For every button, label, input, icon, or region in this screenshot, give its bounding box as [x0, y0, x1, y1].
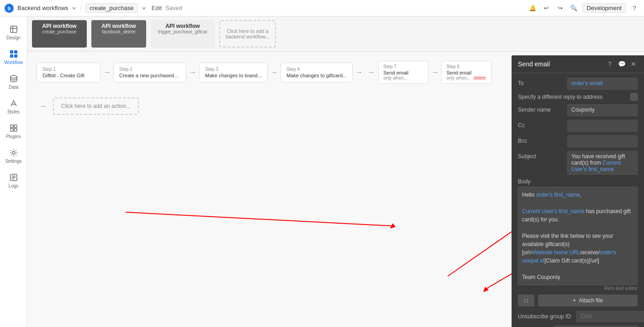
body-content[interactable]: Hello order's first_name, Current User's…	[518, 187, 638, 285]
step-4-box[interactable]: Step 4 Make changes to giftcard...	[280, 63, 353, 82]
saved-label: Saved	[165, 5, 182, 11]
body-website-url: Website home URL	[533, 249, 581, 256]
step-2-text: Create a new purchased_giftcard...	[119, 73, 180, 78]
step-8-title: Send email	[446, 70, 486, 75]
to-label: To	[518, 78, 564, 86]
main-layout: Design Workflow Data Styles Plugins Sett…	[0, 16, 644, 327]
step-4-label: Step 4	[286, 67, 347, 72]
body-team: Team Couponly	[522, 274, 560, 280]
workflow-card-add[interactable]: Click here to add abackend workflow...	[219, 20, 276, 48]
sidebar-item-design[interactable]: Design	[0, 21, 27, 44]
panel-close-icon[interactable]: ✕	[629, 60, 638, 68]
step-arrow-2: →	[186, 68, 199, 76]
topbar: b Backend workflows / create_purchase Ed…	[0, 0, 644, 16]
workflow-card-sub: create_purchase	[37, 29, 81, 34]
svg-rect-0	[11, 26, 17, 32]
step-3-box[interactable]: Step 3 Make changes to brand...	[199, 63, 268, 82]
unsubscribe-input[interactable]	[576, 311, 644, 322]
body-link-name: order's first_name	[536, 192, 580, 198]
tab-dropdown-icon[interactable]	[142, 6, 146, 11]
sidebar-label-plugins: Plugins	[6, 134, 21, 139]
svg-rect-10	[14, 125, 17, 128]
cc-row: Cc	[518, 120, 638, 132]
svg-line-18	[126, 212, 393, 226]
workflow-tabs: API workflow create_purchase API workflo…	[27, 16, 644, 52]
sidebar-item-workflow[interactable]: Workflow	[0, 46, 27, 69]
add-action-box[interactable]: Click here to add an action...	[53, 97, 139, 115]
sidebar-item-logs[interactable]: Logs	[0, 169, 27, 192]
sidebar-item-data[interactable]: Data	[0, 70, 27, 93]
attach-plus-icon: +	[573, 297, 576, 304]
panel-title: Send email	[518, 60, 550, 68]
reply-to-toggle[interactable]	[630, 93, 638, 101]
panel-chat-icon[interactable]: 💬	[618, 60, 626, 68]
body-link-user: Current User's first_name	[522, 208, 584, 214]
app-name: Backend workflows	[17, 5, 68, 11]
send-email-panel: Send email ? 💬 ✕ To order's email	[512, 55, 644, 327]
sidebar-label-design: Design	[6, 35, 21, 40]
dropdown-arrow-icon[interactable]	[72, 6, 76, 11]
undo-icon[interactable]: ↩	[541, 3, 551, 13]
to-value-text: order's email	[571, 80, 602, 86]
edit-label: Edit	[152, 5, 162, 11]
step-8-delete[interactable]: delete	[474, 75, 486, 80]
bcc-label: Bcc	[518, 135, 564, 144]
step-2-label: Step 2	[119, 67, 180, 72]
subject-label: Subject	[518, 151, 564, 160]
sidebar-item-plugins[interactable]: Plugins	[0, 120, 27, 143]
step-8-label: Step 8	[446, 64, 486, 69]
sidebar-label-logs: Logs	[9, 183, 19, 188]
workflow-tab[interactable]: create_purchase	[85, 3, 138, 13]
step-arrow-3: →	[268, 68, 280, 76]
cc-value[interactable]	[567, 120, 638, 132]
sidebar-label-data: Data	[9, 85, 18, 90]
bcc-row: Bcc	[518, 135, 638, 147]
svg-rect-6	[14, 54, 17, 58]
attach-file-btn[interactable]: + Attach file	[538, 295, 638, 306]
add-action-label: Click here to add an action...	[61, 103, 131, 109]
sidebar-label-settings: Settings	[5, 159, 21, 164]
workflow-card-create-purchase[interactable]: API workflow create_purchase	[32, 20, 87, 48]
sidebar-label-workflow: Workflow	[4, 60, 23, 65]
step-arrow-4: →	[353, 68, 365, 76]
body-hello: Hello	[522, 192, 536, 198]
search-icon[interactable]: 🔍	[569, 3, 579, 13]
step-3-text: Make changes to brand...	[205, 73, 262, 78]
subject-row: Subject You have received gift card(s) f…	[518, 151, 638, 175]
svg-rect-4	[14, 50, 17, 54]
attach-small-btn[interactable]: □	[518, 295, 534, 306]
step-1-box[interactable]: Step 1 Giftbit - Create Gift	[37, 63, 100, 82]
workflow-add-label: Click here to add abackend workflow...	[226, 28, 269, 39]
sidebar-label-styles: Styles	[7, 109, 20, 114]
sidebar-item-styles[interactable]: Styles	[0, 95, 27, 118]
body-claim: ]Claim Gift card(s)[/url]	[544, 257, 599, 264]
step-1-label: Step 1	[42, 67, 95, 72]
svg-marker-21	[483, 287, 489, 292]
redo-icon[interactable]: ↪	[555, 3, 565, 13]
step-7-box[interactable]: Step 7 Send email only when...	[378, 61, 428, 84]
bcc-value[interactable]	[567, 135, 638, 147]
unsubscribe-row: Unsubscribe group ID	[518, 311, 638, 322]
workflow-card-title-3: API workflow	[156, 23, 209, 29]
subject-value[interactable]: You have received gift card(s) from Curr…	[567, 151, 638, 175]
app-logo: b	[5, 4, 14, 13]
help-icon[interactable]: ?	[629, 3, 639, 13]
step-4-text: Make changes to giftcard...	[286, 73, 347, 78]
step-2-box[interactable]: Step 2 Create a new purchased_giftcard..…	[113, 63, 186, 82]
unsubscribe-label: Unsubscribe group ID	[518, 313, 573, 320]
workflow-card-trigger[interactable]: API workflow trigger_purchase_giftcar	[151, 20, 215, 48]
sender-name-label: Sender name	[518, 104, 564, 113]
panel-help-icon[interactable]: ?	[606, 60, 614, 68]
sidebar-item-settings[interactable]: Settings	[0, 145, 27, 167]
step-arrow-1: →	[100, 68, 113, 76]
workflow-card-title: API workflow	[37, 23, 81, 29]
step-7-sub: only when...	[383, 75, 423, 80]
step-8-box[interactable]: Step 8 Send email only when... delete	[441, 61, 491, 84]
to-value[interactable]: order's email	[567, 78, 638, 90]
sender-name-value[interactable]: Couponly	[567, 104, 638, 116]
attach-file-label: Attach file	[579, 297, 603, 304]
workflow-card-facebook-delete[interactable]: API workflow facebook_delete	[91, 20, 146, 48]
notification-icon[interactable]: 🔔	[528, 3, 538, 13]
environment-selector[interactable]: Development	[582, 3, 626, 13]
svg-rect-11	[11, 129, 13, 131]
